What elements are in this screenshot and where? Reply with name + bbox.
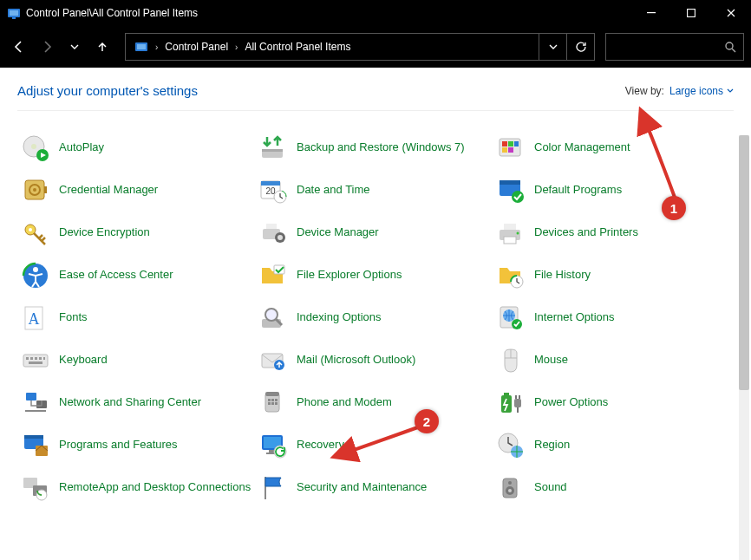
- file-history-icon: [496, 261, 526, 290]
- cp-item-mail-microsoft-outlook[interactable]: Mail (Microsoft Outlook): [258, 339, 496, 381]
- svg-rect-70: [275, 402, 278, 405]
- cp-item-ease-of-access-center[interactable]: Ease of Access Center: [21, 254, 258, 296]
- cp-item-power-options[interactable]: Power Options: [496, 381, 734, 424]
- devices-and-printers-icon: [496, 218, 526, 248]
- cp-item-autoplay[interactable]: AutoPlay: [21, 127, 258, 169]
- svg-rect-57: [43, 357, 45, 360]
- svg-rect-4: [688, 10, 695, 17]
- cp-item-label: Security and Maintenance: [297, 480, 427, 494]
- cp-item-fonts[interactable]: AFonts: [21, 296, 258, 339]
- viewby-dropdown[interactable]: Large icons: [669, 85, 734, 97]
- content-header: Adjust your computer's settings View by:…: [17, 80, 734, 111]
- breadcrumb-control-panel[interactable]: Control Panel: [160, 34, 233, 60]
- breadcrumb-all-items[interactable]: All Control Panel Items: [239, 34, 356, 60]
- svg-rect-76: [36, 446, 48, 456]
- svg-point-36: [278, 235, 283, 240]
- svg-rect-6: [137, 44, 146, 49]
- svg-rect-14: [502, 141, 507, 147]
- maximize-button[interactable]: [671, 0, 711, 26]
- cp-item-keyboard[interactable]: Keyboard: [21, 339, 258, 381]
- scrollbar-thumb[interactable]: [739, 135, 749, 390]
- up-button[interactable]: [90, 35, 114, 59]
- cp-item-label: Sound: [534, 480, 567, 494]
- cp-item-label: Devices and Printers: [534, 225, 638, 239]
- recent-dropdown[interactable]: [62, 35, 87, 59]
- address-bar[interactable]: › Control Panel › All Control Panel Item…: [125, 33, 595, 61]
- cp-item-credential-manager[interactable]: Credential Manager: [21, 169, 258, 212]
- cp-item-label: Power Options: [534, 395, 608, 409]
- svg-point-32: [29, 228, 32, 231]
- svg-rect-3: [647, 12, 656, 13]
- svg-point-7: [726, 42, 733, 49]
- svg-rect-38: [504, 224, 516, 230]
- svg-rect-2: [12, 17, 16, 19]
- window-title: Control Panel\All Control Panel Items: [26, 7, 198, 19]
- cp-item-devices-and-printers[interactable]: Devices and Printers: [496, 212, 734, 254]
- cp-item-mouse[interactable]: Mouse: [496, 339, 734, 381]
- cp-item-label: RemoteApp and Desktop Connections: [59, 480, 251, 494]
- svg-rect-65: [268, 399, 271, 401]
- cp-item-internet-options[interactable]: Internet Options: [496, 296, 734, 339]
- search-icon: [724, 41, 736, 53]
- cp-item-file-history[interactable]: File History: [496, 254, 734, 296]
- annotation-badge-1: 1: [662, 196, 686, 220]
- cp-item-label: Date and Time: [297, 183, 370, 197]
- sound-icon: [496, 473, 526, 503]
- ease-of-access-center-icon: [21, 261, 50, 290]
- minimize-button[interactable]: [631, 0, 671, 26]
- cp-item-file-explorer-options[interactable]: File Explorer Options: [258, 254, 496, 296]
- remoteapp-and-desktop-connections-icon: [21, 473, 50, 503]
- cp-item-label: File History: [534, 268, 591, 282]
- back-button[interactable]: [7, 35, 31, 59]
- cp-item-network-and-sharing-center[interactable]: Network and Sharing Center: [21, 381, 258, 424]
- cp-item-device-manager[interactable]: Device Manager: [258, 212, 496, 254]
- cp-item-remoteapp-and-desktop-connections[interactable]: RemoteApp and Desktop Connections: [21, 466, 258, 509]
- address-dropdown-button[interactable]: [539, 34, 566, 60]
- cp-item-backup-and-restore-windows-7[interactable]: Backup and Restore (Windows 7): [258, 127, 496, 169]
- refresh-button[interactable]: [566, 34, 594, 60]
- cp-item-label: File Explorer Options: [297, 268, 402, 282]
- cp-item-label: Mouse: [534, 353, 568, 367]
- svg-rect-69: [271, 402, 274, 405]
- cp-item-label: Device Encryption: [59, 225, 150, 239]
- svg-rect-58: [29, 361, 42, 364]
- address-icon: [129, 34, 153, 60]
- svg-point-48: [265, 309, 278, 321]
- cp-item-region[interactable]: Region: [496, 424, 734, 466]
- svg-rect-55: [35, 357, 37, 360]
- autoplay-icon: [21, 133, 50, 163]
- svg-rect-53: [26, 357, 29, 360]
- cp-item-recovery[interactable]: Recovery: [258, 424, 496, 466]
- cp-item-label: Default Programs: [534, 183, 622, 197]
- cp-item-indexing-options[interactable]: Indexing Options: [258, 296, 496, 339]
- titlebar-app-icon: [7, 6, 21, 20]
- mail-microsoft-outlook-icon: [258, 346, 288, 375]
- scrollbar[interactable]: [739, 135, 749, 560]
- svg-rect-24: [261, 181, 280, 186]
- cp-item-security-and-maintenance[interactable]: Security and Maintenance: [258, 466, 496, 509]
- cp-item-device-encryption[interactable]: Device Encryption: [21, 212, 258, 254]
- cp-item-label: Keyboard: [59, 353, 108, 367]
- svg-point-9: [31, 144, 36, 149]
- search-input[interactable]: [605, 33, 744, 61]
- cp-item-label: Programs and Features: [59, 438, 178, 452]
- svg-rect-39: [504, 237, 516, 244]
- cp-item-date-and-time[interactable]: 20Date and Time: [258, 169, 496, 212]
- cp-item-default-programs[interactable]: Default Programs: [496, 169, 734, 212]
- cp-item-phone-and-modem[interactable]: Phone and Modem: [258, 381, 496, 424]
- cp-item-sound[interactable]: Sound: [496, 466, 734, 509]
- cp-item-label: Region: [534, 438, 570, 452]
- svg-rect-34: [266, 224, 277, 229]
- keyboard-icon: [21, 346, 50, 375]
- close-button[interactable]: [711, 0, 751, 26]
- cp-item-programs-and-features[interactable]: Programs and Features: [21, 424, 258, 466]
- svg-rect-1: [10, 10, 18, 16]
- svg-text:A: A: [29, 310, 40, 328]
- forward-button[interactable]: [35, 35, 59, 59]
- svg-rect-22: [44, 186, 47, 193]
- backup-and-restore-windows-7-icon: [258, 133, 288, 163]
- cp-item-label: AutoPlay: [59, 140, 104, 154]
- cp-item-color-management[interactable]: Color Management: [496, 127, 734, 169]
- svg-rect-68: [268, 402, 271, 405]
- file-explorer-options-icon: [258, 261, 288, 290]
